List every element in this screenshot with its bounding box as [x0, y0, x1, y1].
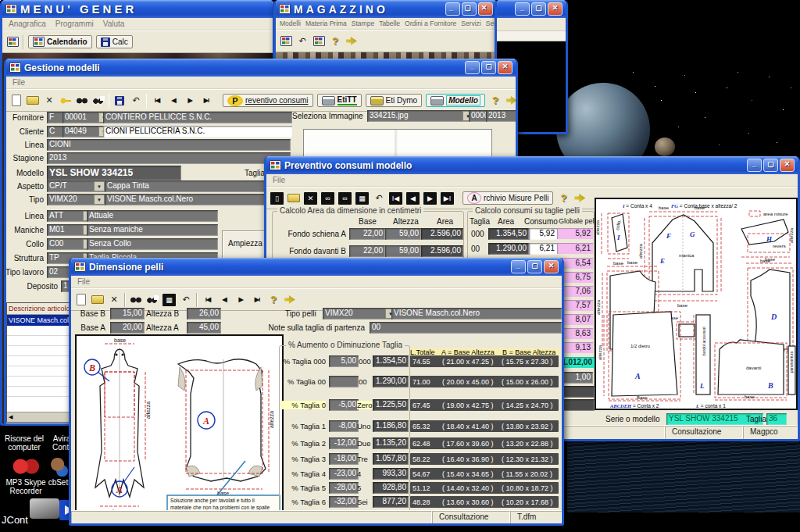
- maximize-button[interactable]: ▢: [462, 2, 477, 16]
- archivio-misure-pelli-button[interactable]: A rchivio Misure Pelli: [462, 191, 553, 205]
- close-button[interactable]: ✕: [478, 2, 493, 16]
- fragment-titlebar[interactable]: _ ▢ ✕: [497, 0, 566, 18]
- last-record-button[interactable]: ▶I: [251, 294, 263, 306]
- maniche-desc-field[interactable]: Senza maniche: [87, 224, 218, 236]
- help-icon[interactable]: ?: [557, 192, 570, 205]
- minimize-button[interactable]: _: [465, 61, 480, 74]
- taglia-pct-field[interactable]: -5,00: [329, 399, 359, 411]
- find-icon[interactable]: [130, 294, 142, 306]
- menu-file[interactable]: File: [77, 277, 90, 286]
- cliente-type-field[interactable]: C: [47, 126, 64, 137]
- prev-record-button[interactable]: ◀: [167, 95, 180, 107]
- taglia-pct-field[interactable]: -32,00: [329, 496, 359, 508]
- tipo-code-field[interactable]: VIMX20▼: [47, 194, 105, 205]
- exit-icon[interactable]: [345, 35, 358, 48]
- window-icon[interactable]: [312, 35, 325, 48]
- modello-print-button[interactable]: Modello: [426, 94, 485, 107]
- close-button[interactable]: ✕: [548, 2, 562, 16]
- help-icon[interactable]: ?: [489, 95, 502, 107]
- immagine-dropdown[interactable]: 334215.jpg▼: [367, 110, 474, 122]
- key-icon[interactable]: [59, 95, 72, 107]
- find-icon[interactable]: ∞: [321, 192, 334, 205]
- help-icon[interactable]: ?: [267, 294, 280, 306]
- taglia-pct-field[interactable]: -8,00: [329, 420, 359, 432]
- serie-taglia-field[interactable]: 36: [766, 413, 787, 425]
- maximize-button[interactable]: ▢: [763, 159, 778, 172]
- fondo-davanti-base[interactable]: 22,00: [349, 245, 385, 257]
- maximize-button[interactable]: ▢: [481, 61, 496, 74]
- find-doc-icon[interactable]: ∞: [338, 192, 352, 205]
- taglia-pct-field[interactable]: 5,00: [329, 355, 359, 367]
- menu-servizi[interactable]: Servizi: [461, 20, 481, 27]
- menu-file[interactable]: File: [12, 78, 25, 87]
- menu-file[interactable]: File: [273, 176, 285, 184]
- etitt-button[interactable]: EtiTT: [317, 94, 362, 107]
- fondo-schiena-altezza[interactable]: 59,00: [385, 228, 421, 240]
- fornitore-desc-field[interactable]: CONTIERO PELLICCE S.N.C.: [103, 112, 292, 123]
- help-icon[interactable]: ?: [329, 35, 341, 48]
- app-grid-icon[interactable]: [280, 35, 292, 48]
- articoli-list[interactable]: Descrizione articolo VISONE Masch.col.N …: [6, 302, 73, 423]
- calendario-button[interactable]: Calendario: [28, 35, 92, 48]
- aspetto-code-field[interactable]: CP/T▼: [47, 180, 105, 192]
- first-record-button[interactable]: I◀: [151, 95, 163, 107]
- note-taglia-field[interactable]: 00: [370, 322, 562, 334]
- linea2-desc-field[interactable]: Attuale: [87, 210, 218, 222]
- stagione-field[interactable]: 2013: [47, 152, 291, 164]
- menu-programmi[interactable]: Programmi: [55, 20, 94, 28]
- gestione-titlebar[interactable]: Gestione modelli _ ▢ ✕: [6, 59, 516, 77]
- fondo-davanti-altezza[interactable]: 59,00: [385, 245, 421, 257]
- taglia-pct-field[interactable]: [329, 376, 359, 387]
- menu-stampe[interactable]: Stampe: [352, 20, 374, 27]
- menu-modelli[interactable]: Modelli: [280, 20, 301, 27]
- find-doc-icon[interactable]: [92, 95, 105, 107]
- first-record-button[interactable]: I◀: [389, 192, 402, 205]
- modello-field[interactable]: YSL SHOW 334215: [47, 166, 181, 180]
- preventivo-consumi-button[interactable]: P reventivo consumi: [223, 94, 313, 107]
- open-icon[interactable]: [288, 192, 300, 205]
- cbsetup-icon[interactable]: [50, 458, 69, 477]
- chevron-down-icon[interactable]: ▼: [94, 181, 105, 191]
- new-icon[interactable]: [75, 294, 88, 306]
- taglia-pct-field[interactable]: -23,00: [329, 468, 359, 480]
- taglia-pct-field[interactable]: -28,00: [329, 482, 359, 494]
- tipo-pelli-desc-field[interactable]: VISONE Masch.col.Nero: [391, 308, 562, 320]
- altezza-b-field[interactable]: 26,00: [187, 308, 221, 320]
- find-doc-icon[interactable]: [146, 294, 159, 306]
- menu-ordini[interactable]: Ordini a Fornitore: [405, 20, 456, 27]
- collo-desc-field[interactable]: Senza Collo: [87, 238, 218, 250]
- menu-tabelle[interactable]: Tabelle: [379, 20, 400, 27]
- aspetto-desc-field[interactable]: Cappa Tinta: [105, 180, 269, 192]
- minimize-button[interactable]: _: [511, 260, 526, 273]
- delete-icon[interactable]: ✕: [304, 192, 317, 205]
- articoli-list-row[interactable]: VISONE Masch.col.N: [7, 315, 73, 326]
- taglia-pct-field[interactable]: -12,00: [329, 437, 359, 449]
- fondo-schiena-base[interactable]: 22,00: [349, 228, 385, 240]
- tipo-pelli-dropdown[interactable]: VIMX20▼: [323, 308, 397, 320]
- next-record-button[interactable]: ▶: [423, 192, 437, 205]
- exit-icon[interactable]: [505, 95, 518, 107]
- next-record-button[interactable]: ▶: [234, 294, 247, 306]
- menu-generale-titlebar[interactable]: MENU' GENER: [2, 0, 273, 18]
- taglia-pct-field[interactable]: -18,00: [329, 453, 359, 465]
- consumi-row-consumo[interactable]: 5,92: [529, 228, 557, 240]
- window-dimensione-pelli[interactable]: Dimensione pelli _ ▢ ✕ File ✕ ▦ ↶ I◀ ◀ ▶…: [69, 258, 564, 526]
- desktop-icon-mp3[interactable]: MP3 Skype Recorder: [0, 478, 52, 495]
- menu-valuta[interactable]: Valuta: [103, 20, 125, 28]
- linea-field[interactable]: CIONI: [47, 139, 291, 151]
- open-icon[interactable]: [27, 95, 39, 107]
- delete-icon[interactable]: ✕: [108, 294, 120, 306]
- next-record-button[interactable]: ▶: [184, 95, 196, 107]
- app-grid-icon[interactable]: [6, 36, 19, 48]
- prev-record-button[interactable]: ◀: [406, 192, 420, 205]
- minimize-button[interactable]: _: [515, 2, 530, 16]
- new-icon[interactable]: ▯: [270, 192, 284, 205]
- fornitore-type-field[interactable]: F: [47, 112, 64, 123]
- menu-anagrafica[interactable]: Anagrafica: [9, 20, 46, 28]
- tipo-desc-field[interactable]: VISONE Masch.col.Nero: [105, 194, 275, 205]
- undo-icon[interactable]: ↶: [296, 35, 309, 48]
- last-record-button[interactable]: ▶I: [200, 95, 212, 107]
- open-icon[interactable]: [91, 294, 104, 306]
- maximize-button[interactable]: ▢: [527, 260, 542, 273]
- undo-icon[interactable]: ↶: [130, 95, 142, 107]
